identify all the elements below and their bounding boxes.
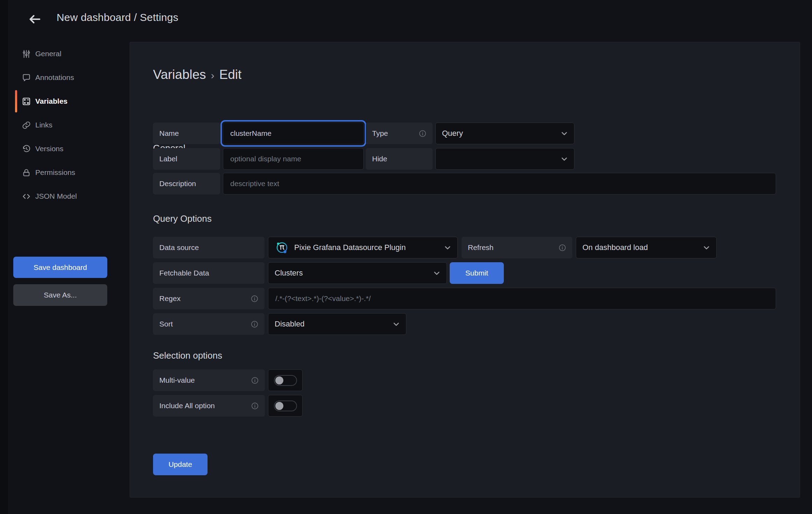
name-input[interactable] xyxy=(223,123,364,144)
selection-options-heading: Selection options xyxy=(153,350,222,361)
update-button[interactable]: Update xyxy=(153,454,208,475)
sidebar-item-json-model[interactable]: JSON Model xyxy=(9,184,130,208)
chevron-down-icon xyxy=(433,270,440,277)
info-icon[interactable] xyxy=(419,130,426,137)
lock-icon xyxy=(22,168,31,177)
label-label: Label xyxy=(153,148,220,170)
sidebar-item-label: Annotations xyxy=(35,73,74,82)
link-icon xyxy=(22,120,31,130)
sort-label: Sort xyxy=(153,313,264,335)
sidebar-item-label: Links xyxy=(35,121,52,129)
type-select[interactable]: Query xyxy=(435,123,574,144)
hide-label: Hide xyxy=(366,148,433,170)
refresh-label: Refresh xyxy=(462,237,572,258)
type-label: Type xyxy=(366,123,433,144)
toggle-knob xyxy=(275,376,283,384)
description-label: Description xyxy=(153,173,220,194)
include-all-toggle[interactable] xyxy=(268,395,303,417)
data-source-select[interactable]: Pixie Grafana Datasource Plugin xyxy=(268,237,458,258)
toggle-track xyxy=(274,375,297,386)
label-input[interactable] xyxy=(223,148,364,170)
pixie-logo-icon xyxy=(275,240,289,255)
info-icon[interactable] xyxy=(251,295,258,302)
toggle-track xyxy=(274,401,297,411)
sliders-icon xyxy=(22,49,31,59)
sort-select[interactable]: Disabled xyxy=(268,313,406,335)
sidebar-item-label: General xyxy=(35,50,61,58)
grafana-dashboard-settings: New dashboard / Settings General Annotat… xyxy=(0,0,812,514)
query-options-heading: Query Options xyxy=(153,213,212,224)
chevron-down-icon xyxy=(444,244,451,251)
name-label: Name xyxy=(153,123,220,144)
submit-button[interactable]: Submit xyxy=(450,262,504,284)
sidebar-item-annotations[interactable]: Annotations xyxy=(9,66,130,89)
description-input[interactable] xyxy=(223,173,776,194)
back-button[interactable] xyxy=(26,11,44,29)
sidebar-item-label: JSON Model xyxy=(35,192,77,200)
breadcrumb-edit: Edit xyxy=(219,67,242,82)
sidebar-actions: Save dashboard Save As... xyxy=(13,257,107,306)
sidebar-item-general[interactable]: General xyxy=(9,42,130,66)
toggle-knob xyxy=(275,402,283,410)
breadcrumb: Variables›Edit xyxy=(153,67,241,82)
chevron-down-icon xyxy=(703,244,710,251)
settings-sidebar: General Annotations Variables Links V xyxy=(9,42,130,208)
arrow-left-icon xyxy=(28,12,42,28)
breadcrumb-variables[interactable]: Variables xyxy=(153,67,206,82)
variables-icon xyxy=(22,97,31,106)
sidebar-item-versions[interactable]: Versions xyxy=(9,137,130,161)
code-icon xyxy=(22,192,31,201)
chevron-down-icon xyxy=(561,130,568,137)
sidebar-item-variables[interactable]: Variables xyxy=(9,89,130,113)
chevron-down-icon xyxy=(561,155,568,162)
fetchable-data-label: Fetchable Data xyxy=(153,262,264,284)
variables-edit-panel: Variables›Edit General Name Type Query L… xyxy=(130,42,800,498)
info-icon[interactable] xyxy=(251,377,259,384)
save-dashboard-button[interactable]: Save dashboard xyxy=(13,257,107,278)
sidebar-item-label: Versions xyxy=(35,145,64,153)
history-icon xyxy=(22,144,31,154)
info-icon[interactable] xyxy=(251,402,259,410)
info-icon[interactable] xyxy=(559,244,566,251)
include-all-label: Include All option xyxy=(153,395,265,417)
sidebar-item-label: Permissions xyxy=(35,168,75,177)
page-title: New dashboard / Settings xyxy=(57,0,178,35)
multi-value-label: Multi-value xyxy=(153,369,265,391)
regex-label: Regex xyxy=(153,288,264,309)
save-as-button[interactable]: Save As... xyxy=(13,284,107,306)
info-icon[interactable] xyxy=(251,321,258,328)
hide-select[interactable] xyxy=(435,148,574,170)
active-indicator-bar xyxy=(15,90,17,112)
sidebar-item-label: Variables xyxy=(35,97,67,105)
sidebar-item-permissions[interactable]: Permissions xyxy=(9,161,130,184)
data-source-label: Data source xyxy=(153,237,264,258)
breadcrumb-separator: › xyxy=(206,69,219,81)
settings-header: New dashboard / Settings xyxy=(9,0,812,35)
fetchable-data-select[interactable]: Clusters xyxy=(268,262,447,284)
multi-value-toggle[interactable] xyxy=(268,369,303,391)
sidebar-item-links[interactable]: Links xyxy=(9,113,130,137)
comment-icon xyxy=(22,73,31,82)
nav-edge-strip xyxy=(0,0,9,514)
regex-input[interactable] xyxy=(268,288,776,309)
chevron-down-icon xyxy=(393,321,400,328)
refresh-select[interactable]: On dashboard load xyxy=(576,237,717,258)
